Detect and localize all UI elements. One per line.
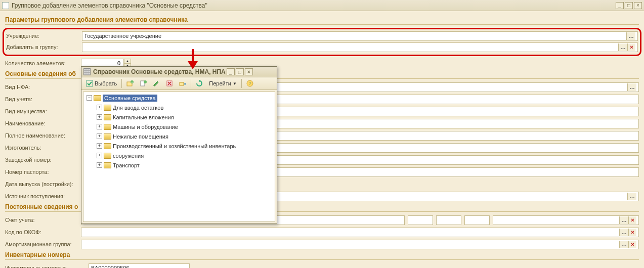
amort-field[interactable]: … × bbox=[81, 240, 639, 249]
tree-item[interactable]: +Капитальные вложения bbox=[84, 112, 274, 122]
tree-item[interactable]: +Для ввода остатков bbox=[84, 103, 274, 112]
tree-item[interactable]: +Машины и оборудование bbox=[84, 122, 274, 131]
tree-item-label: Для ввода остатков bbox=[113, 105, 163, 111]
fullname-label: Полное наименование: bbox=[5, 132, 81, 139]
tree-item-label: Капитальные вложения bbox=[113, 114, 174, 120]
minimize-button[interactable]: _ bbox=[616, 2, 624, 9]
svg-point-7 bbox=[144, 80, 147, 83]
dialog-minimize-button[interactable]: _ bbox=[227, 68, 235, 75]
group-label: Добавлять в группу: bbox=[6, 44, 82, 50]
count-up-button[interactable]: ▲ bbox=[124, 59, 131, 63]
group-field[interactable]: … × bbox=[82, 42, 638, 52]
name-label: Наименование: bbox=[5, 120, 81, 126]
svg-text:+: + bbox=[132, 80, 134, 83]
maximize-button[interactable]: □ bbox=[625, 2, 633, 9]
folder-icon bbox=[104, 114, 111, 120]
account-sub1[interactable] bbox=[408, 215, 433, 225]
okof-field[interactable]: … × bbox=[81, 228, 639, 237]
add-folder-button[interactable]: + bbox=[124, 78, 136, 88]
account-tail-field[interactable]: … × bbox=[493, 215, 639, 225]
tree-item[interactable]: +сооружения bbox=[84, 151, 274, 160]
nfa-select-button[interactable]: … bbox=[627, 83, 636, 91]
folder-icon bbox=[104, 105, 111, 111]
org-value: Государственное учреждение bbox=[84, 33, 161, 39]
amort-select-button[interactable]: … bbox=[619, 241, 628, 248]
account-label: Счет учета: bbox=[5, 217, 81, 223]
folder-icon bbox=[104, 162, 111, 168]
amort-label: Амортизационная группа: bbox=[5, 241, 81, 247]
folder-icon bbox=[104, 143, 111, 149]
delete-button[interactable] bbox=[163, 78, 176, 88]
section-params-title: Параметры группового добавления элементо… bbox=[5, 16, 639, 25]
tree-item-label: Производственный и хозяйственный инвента… bbox=[113, 143, 236, 149]
account-clear-button[interactable]: × bbox=[628, 216, 636, 224]
main-titlebar: Групповое добавление элементов справочни… bbox=[0, 0, 644, 11]
org-label: Учреждение: bbox=[6, 33, 82, 39]
tree-area[interactable]: − Основные средства +Для ввода остатков+… bbox=[83, 92, 275, 222]
refresh-button[interactable] bbox=[193, 78, 205, 88]
expand-icon[interactable]: + bbox=[97, 162, 102, 168]
expand-icon[interactable]: + bbox=[97, 133, 102, 139]
org-select-button[interactable]: … bbox=[626, 32, 635, 40]
org-field[interactable]: Государственное учреждение … bbox=[82, 31, 638, 41]
dialog-toolbar: Выбрать + Перейти ▼ ? bbox=[81, 77, 277, 90]
collapse-icon[interactable]: − bbox=[87, 95, 92, 101]
account-sub2[interactable] bbox=[436, 215, 461, 225]
svg-text:?: ? bbox=[248, 81, 251, 86]
dialog-maximize-button[interactable]: □ bbox=[236, 68, 244, 75]
select-button-label: Выбрать bbox=[95, 80, 117, 86]
tree-item-label: сооружения bbox=[113, 153, 144, 159]
okof-clear-button[interactable]: × bbox=[628, 229, 636, 236]
expand-icon[interactable]: + bbox=[97, 143, 102, 149]
tree-item[interactable]: +Производственный и хозяйственный инвент… bbox=[84, 141, 274, 151]
window-title: Групповое добавление элементов справочни… bbox=[12, 2, 207, 9]
highlighted-params: Учреждение: Государственное учреждение …… bbox=[3, 28, 641, 56]
expand-icon[interactable]: + bbox=[97, 114, 102, 120]
tree-item-label: Машины и оборудование bbox=[113, 124, 178, 130]
account-sub3[interactable] bbox=[464, 215, 490, 225]
inv-start-value: ВА0000000506 bbox=[91, 265, 130, 268]
help-button[interactable]: ? bbox=[244, 78, 256, 88]
acc-label: Вид учета: bbox=[5, 96, 81, 102]
expand-icon[interactable]: + bbox=[97, 124, 102, 129]
tree-root-label: Основные средства bbox=[103, 95, 157, 102]
folder-icon bbox=[104, 153, 111, 159]
amort-clear-button[interactable]: × bbox=[628, 241, 636, 248]
group-select-button[interactable]: … bbox=[618, 43, 627, 51]
select-button[interactable]: Выбрать bbox=[83, 78, 119, 88]
tree-item[interactable]: +Транспорт bbox=[84, 160, 274, 170]
expand-icon[interactable]: + bbox=[97, 105, 102, 110]
edit-button[interactable] bbox=[150, 78, 162, 88]
svg-rect-9 bbox=[180, 82, 184, 85]
dialog-close-button[interactable]: × bbox=[245, 68, 253, 75]
prop-label: Вид имущества: bbox=[5, 108, 81, 114]
group-clear-button[interactable]: × bbox=[627, 43, 635, 51]
count-label: Количество элементов: bbox=[5, 60, 81, 66]
close-button[interactable]: × bbox=[634, 2, 642, 9]
section-inv-title: Инвентарные номера bbox=[5, 251, 639, 260]
tree-item-label: Нежилые помещения bbox=[113, 133, 168, 140]
tree-item[interactable]: +Нежилые помещения bbox=[84, 131, 274, 141]
catalog-icon bbox=[83, 68, 91, 75]
reference-dialog: Справочник Основные средства, НМА, НПА _… bbox=[81, 66, 277, 224]
tree-root[interactable]: − Основные средства bbox=[84, 93, 274, 103]
folder-icon bbox=[94, 95, 101, 101]
factory-label: Заводской номер: bbox=[5, 157, 81, 163]
folder-icon bbox=[104, 133, 111, 140]
okof-label: Код по ОКОФ: bbox=[5, 229, 81, 235]
expand-icon[interactable]: + bbox=[97, 153, 102, 158]
add-item-button[interactable] bbox=[137, 78, 149, 88]
svg-rect-2 bbox=[87, 80, 93, 86]
passport-label: Номер паспорта: bbox=[5, 169, 81, 175]
goto-button[interactable]: Перейти ▼ bbox=[206, 78, 239, 88]
dialog-titlebar: Справочник Основные средства, НМА, НПА _… bbox=[81, 67, 277, 77]
move-button[interactable] bbox=[177, 78, 189, 88]
inv-start-field[interactable]: ВА0000000506 bbox=[89, 263, 190, 269]
okof-select-button[interactable]: … bbox=[619, 229, 628, 236]
folder-icon bbox=[104, 124, 111, 130]
source-select-button[interactable]: … bbox=[627, 193, 636, 200]
maker-label: Изготовитель: bbox=[5, 145, 81, 151]
account-select-button[interactable]: … bbox=[619, 216, 628, 224]
nfa-label: Вид НФА: bbox=[5, 84, 81, 90]
dialog-title: Справочник Основные средства, НМА, НПА bbox=[93, 68, 226, 75]
